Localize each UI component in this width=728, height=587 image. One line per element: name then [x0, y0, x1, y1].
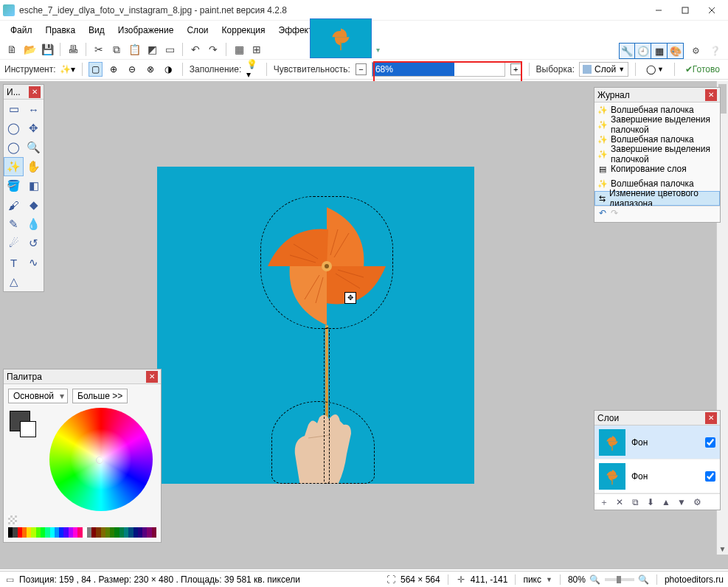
- zoom-out-icon[interactable]: 🔍: [590, 574, 600, 585]
- history-panel-close[interactable]: ✕: [705, 89, 717, 101]
- finish-button[interactable]: ✔ Готово: [682, 62, 724, 77]
- help-button[interactable]: ❔: [707, 44, 722, 58]
- redo-icon[interactable]: ↷: [206, 42, 221, 57]
- selection-add-mode[interactable]: ⊕: [107, 62, 121, 77]
- tolerance-slider[interactable]: 68%: [372, 62, 505, 77]
- color-mode-selector[interactable]: Основной: [8, 389, 68, 403]
- tool-text[interactable]: T: [4, 253, 24, 272]
- colors-panel-close[interactable]: ✕: [146, 371, 158, 383]
- grid-icon[interactable]: ▦: [232, 42, 246, 57]
- menu-file[interactable]: Файл: [4, 23, 38, 38]
- selection-intersect-mode[interactable]: ⊗: [143, 62, 157, 77]
- paste-icon[interactable]: 📋: [127, 42, 142, 57]
- colors-panel-header[interactable]: Палитра ✕: [4, 369, 161, 384]
- tools-window-toggle[interactable]: 🔧: [619, 43, 635, 59]
- layers-panel-close[interactable]: ✕: [705, 412, 717, 424]
- tool-recolor[interactable]: ↺: [24, 234, 44, 253]
- open-file-icon[interactable]: 📂: [22, 42, 37, 57]
- ruler-icon[interactable]: ⊞: [249, 42, 264, 57]
- alpha-swatch-icon[interactable]: [8, 515, 17, 524]
- tool-color-picker[interactable]: 💧: [24, 215, 44, 234]
- tool-clone[interactable]: ☄: [4, 234, 24, 253]
- layer-delete-icon[interactable]: ✕: [613, 496, 626, 509]
- history-item[interactable]: ⇆Изменение цветового диапазона: [594, 191, 720, 206]
- undo-icon[interactable]: ↶: [188, 42, 203, 57]
- new-file-icon[interactable]: 🗎: [4, 42, 19, 57]
- tools-panel-close[interactable]: ✕: [29, 86, 41, 98]
- thumbnail-caret-icon[interactable]: ▾: [376, 46, 380, 54]
- selection-replace-mode[interactable]: ▢: [89, 62, 103, 77]
- tool-paint-bucket[interactable]: 🪣: [4, 176, 24, 195]
- color-palette-row[interactable]: [8, 527, 156, 538]
- crop-icon[interactable]: ◩: [145, 42, 159, 57]
- fill-mode-picker[interactable]: 💡▾: [246, 62, 260, 77]
- color-wheel-cursor[interactable]: [96, 456, 103, 464]
- layer-up-icon[interactable]: ▲: [659, 496, 673, 509]
- window-minimize-button[interactable]: [645, 1, 672, 19]
- layer-duplicate-icon[interactable]: ⧉: [628, 496, 642, 509]
- tool-shapes[interactable]: △: [4, 272, 24, 291]
- history-window-toggle[interactable]: 🕘: [635, 43, 651, 59]
- zoom-in-icon[interactable]: 🔍: [639, 574, 649, 585]
- deselect-icon[interactable]: ▭: [162, 42, 177, 57]
- tool-pencil[interactable]: ✎: [4, 215, 24, 234]
- tool-pan[interactable]: ✋: [24, 157, 44, 176]
- layer-merge-icon[interactable]: ⬇: [644, 496, 657, 509]
- scroll-down-icon[interactable]: ▼: [717, 543, 728, 555]
- zoom-slider[interactable]: [605, 578, 634, 581]
- undo-icon[interactable]: ↶: [599, 208, 606, 220]
- selection-invert-mode[interactable]: ◑: [162, 62, 176, 77]
- units-label[interactable]: пикс: [523, 574, 541, 585]
- tolerance-decrement[interactable]: −: [356, 63, 367, 75]
- settings-button[interactable]: ⚙: [688, 44, 703, 58]
- tolerance-increment[interactable]: +: [510, 63, 521, 75]
- tool-magic-wand[interactable]: ✨: [4, 157, 24, 176]
- layer-visibility-checkbox[interactable]: [705, 471, 715, 482]
- tool-rect-select[interactable]: ▭: [4, 100, 24, 119]
- save-file-icon[interactable]: 💾: [40, 42, 55, 57]
- tool-ellipse-select[interactable]: ◯: [4, 138, 24, 157]
- colors-window-toggle[interactable]: 🎨: [668, 43, 684, 59]
- tool-move-selection[interactable]: ↔: [24, 100, 44, 119]
- tool-picker[interactable]: ✨▾: [60, 62, 75, 77]
- tools-panel-header[interactable]: И... ✕: [4, 85, 44, 100]
- sample-source-picker[interactable]: Слой ▼: [579, 62, 628, 77]
- tool-eraser[interactable]: ◆: [24, 195, 44, 215]
- tool-zoom[interactable]: 🔍: [24, 138, 44, 157]
- layer-down-icon[interactable]: ▼: [675, 496, 688, 509]
- window-close-button[interactable]: [698, 1, 725, 19]
- layers-panel-header[interactable]: Слои ✕: [594, 411, 720, 426]
- selection-subtract-mode[interactable]: ⊖: [125, 62, 139, 77]
- colors-more-button[interactable]: Больше >>: [72, 389, 128, 403]
- document-thumbnail[interactable]: [310, 18, 372, 58]
- tool-brush[interactable]: 🖌: [4, 195, 24, 215]
- layer-properties-icon[interactable]: ⚙: [690, 496, 704, 509]
- secondary-color-swatch[interactable]: [20, 421, 36, 437]
- menu-layers[interactable]: Слои: [181, 23, 214, 38]
- history-item[interactable]: ✨Завершение выделения палочкой: [594, 147, 720, 161]
- antialias-toggle[interactable]: ◯ ▼: [642, 62, 668, 77]
- tool-line[interactable]: ∿: [24, 253, 44, 272]
- layer-visibility-checkbox[interactable]: [705, 437, 715, 448]
- cut-icon[interactable]: ✂: [91, 42, 106, 57]
- layers-window-toggle[interactable]: ▦: [651, 43, 668, 59]
- layer-row[interactable]: Фон: [594, 459, 720, 493]
- canvas[interactable]: ✥: [157, 167, 474, 484]
- menu-view[interactable]: Вид: [83, 23, 111, 38]
- tool-move[interactable]: ✥: [24, 119, 44, 138]
- tool-gradient[interactable]: ◧: [24, 176, 44, 195]
- window-maximize-button[interactable]: [672, 1, 698, 19]
- menu-adjustments[interactable]: Коррекция: [216, 23, 271, 38]
- tool-lasso[interactable]: ◯: [4, 119, 24, 138]
- layer-row[interactable]: Фон: [594, 426, 720, 459]
- layer-add-icon[interactable]: ＋: [597, 496, 611, 509]
- copy-icon[interactable]: ⧉: [109, 42, 124, 57]
- color-swatches[interactable]: [10, 411, 30, 431]
- history-item[interactable]: ✨Завершение выделения палочкой: [594, 117, 720, 132]
- palette-swatch[interactable]: [152, 527, 156, 538]
- menu-edit[interactable]: Правка: [40, 23, 82, 38]
- menu-image[interactable]: Изображение: [112, 23, 180, 38]
- print-icon[interactable]: 🖶: [66, 42, 80, 57]
- redo-icon[interactable]: ↷: [611, 208, 618, 220]
- color-wheel[interactable]: [49, 408, 153, 511]
